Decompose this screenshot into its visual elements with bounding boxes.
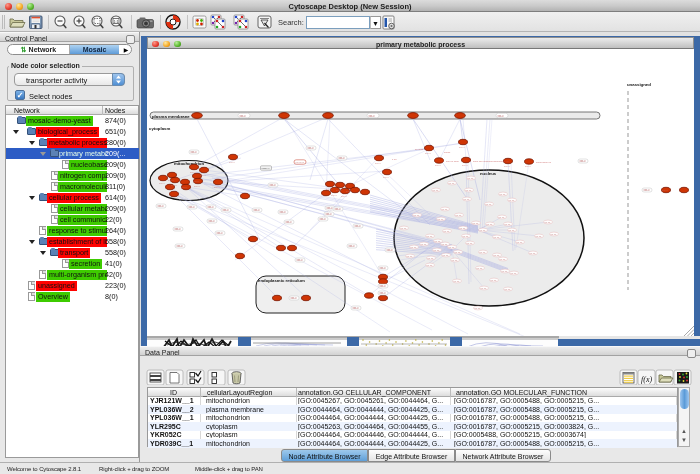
- svg-text:xxx-x: xxx-x: [425, 152, 431, 155]
- svg-text:xx-xx: xx-xx: [551, 233, 558, 236]
- svg-text:xx-xx: xx-xx: [505, 288, 512, 291]
- svg-text:xxx-x: xxx-x: [525, 165, 531, 168]
- svg-text:xxx-x: xxx-x: [349, 245, 356, 248]
- svg-text:xxx-x: xxx-x: [380, 292, 387, 295]
- svg-text:mitochondrion: mitochondrion: [174, 161, 204, 166]
- svg-text:xxx-x: xxx-x: [580, 160, 587, 163]
- svg-text:xx-xx: xx-xx: [401, 227, 408, 230]
- svg-text:xxxxx x: xxxxx x: [262, 167, 271, 170]
- svg-text:xxx-x: xxx-x: [194, 185, 200, 188]
- svg-text:xx-xx: xx-xx: [536, 235, 543, 238]
- svg-text:xx-xx: xx-xx: [517, 241, 524, 244]
- svg-text:xx-xx: xx-xx: [505, 223, 512, 226]
- svg-text:xx-xx: xx-xx: [414, 214, 421, 217]
- svg-text:xxx-x: xxx-x: [387, 249, 394, 252]
- svg-text:xx-xx: xx-xx: [449, 246, 456, 249]
- svg-text:xx-xx: xx-xx: [494, 254, 501, 257]
- svg-text:xx-xx: xx-xx: [442, 243, 449, 246]
- svg-text:xxx-x: xxx-x: [214, 186, 220, 189]
- svg-text:xx-xx: xx-xx: [487, 223, 494, 226]
- svg-text:xx-xx: xx-xx: [477, 267, 484, 270]
- svg-text:xx-xx: xx-xx: [502, 270, 509, 273]
- svg-text:xxx-x: xxx-x: [280, 211, 287, 214]
- svg-text:endoplasmic reticulum: endoplasmic reticulum: [258, 278, 305, 283]
- svg-text:xx-xx: xx-xx: [509, 229, 516, 232]
- svg-text:xx-xx: xx-xx: [460, 227, 467, 230]
- svg-text:xxx-x: xxx-x: [291, 297, 298, 300]
- svg-text:xx-xx: xx-xx: [428, 257, 435, 260]
- svg-text:xx-xx: xx-xx: [452, 259, 459, 262]
- svg-text:plasma membrane: plasma membrane: [152, 114, 190, 119]
- svg-text:xxx-x: xxx-x: [217, 232, 224, 235]
- svg-text:xxx-x: xxx-x: [254, 209, 261, 212]
- svg-text:cytoplasm: cytoplasm: [149, 126, 170, 131]
- svg-text:xx xxxx: xx xxxx: [415, 148, 424, 151]
- svg-text:xx-xx: xx-xx: [421, 243, 428, 246]
- svg-text:f(x): f(x): [641, 375, 652, 384]
- svg-text:xx-xx: xx-xx: [486, 203, 493, 206]
- svg-text:xx-xx: xx-xx: [411, 246, 418, 249]
- svg-text:xxx-x: xxx-x: [380, 267, 387, 270]
- svg-text:xxx-x: xxx-x: [229, 161, 235, 164]
- svg-text:xxx-x: xxx-x: [336, 189, 342, 192]
- svg-text:xxx-x: xxx-x: [308, 147, 315, 150]
- svg-text:xxx-x: xxx-x: [644, 189, 651, 192]
- svg-text:xxx-x: xxx-x: [331, 194, 337, 197]
- svg-text:xxx-x: xxx-x: [168, 179, 174, 182]
- svg-text:xx-xx: xx-xx: [443, 254, 450, 257]
- svg-text:xx-xx: xx-xx: [545, 221, 552, 224]
- svg-text:xx-xx: xx-xx: [481, 287, 488, 290]
- svg-text:xx-xx: xx-xx: [435, 240, 442, 243]
- svg-text:x-xx: x-xx: [392, 158, 397, 161]
- svg-text:xxx-x: xxx-x: [240, 115, 247, 118]
- svg-text:xx-xx: xx-xx: [433, 189, 440, 192]
- svg-text:xxx-x: xxx-x: [175, 228, 182, 231]
- svg-text:xxx-x: xxx-x: [326, 213, 333, 216]
- svg-text:xxx-xx xxxx: xxx-xx xxxx: [446, 160, 460, 163]
- svg-text:xx-xx: xx-xx: [449, 182, 456, 185]
- svg-text:1:1: 1:1: [114, 20, 119, 24]
- svg-text:xxx-x: xxx-x: [327, 207, 334, 210]
- svg-text:xx-xx: xx-xx: [511, 272, 518, 275]
- svg-text:xx-xx: xx-xx: [442, 208, 449, 211]
- svg-text:xxx-x: xxx-x: [171, 184, 177, 187]
- svg-text:xxx-x: xxx-x: [270, 184, 277, 187]
- svg-text:xx-xx: xx-xx: [468, 177, 475, 180]
- svg-text:xxx-x: xxx-x: [181, 186, 187, 189]
- svg-text:xx-xx: xx-xx: [494, 236, 501, 239]
- svg-text:xxx-x: xxx-x: [297, 259, 304, 262]
- svg-text:xxx-x: xxx-x: [504, 165, 510, 168]
- svg-text:xxx-x: xxx-x: [189, 206, 196, 209]
- svg-text:xx-xx: xx-xx: [464, 198, 471, 201]
- svg-text:xxx-x: xxx-x: [158, 205, 165, 208]
- svg-text:xxx-x: xxx-x: [223, 209, 230, 212]
- svg-text:xx-xx: xx-xx: [427, 235, 434, 238]
- svg-text:xx-xx: xx-xx: [480, 229, 487, 232]
- svg-text:xxx-x: xxx-x: [177, 245, 184, 248]
- svg-text:xxx-x: xxx-x: [326, 188, 332, 191]
- svg-text:xxx-x: xxx-x: [462, 164, 468, 167]
- svg-text:xx xx xx: xx xx xx: [296, 161, 305, 164]
- svg-text:xx-xx: xx-xx: [500, 258, 507, 261]
- svg-text:xx-xx: xx-xx: [473, 222, 480, 225]
- svg-text:xx-xx: xx-xx: [427, 264, 434, 267]
- svg-text:xxx-x: xxx-x: [353, 307, 360, 310]
- svg-text:xx-xx: xx-xx: [455, 251, 462, 254]
- svg-text:xx-xx: xx-xx: [530, 252, 537, 255]
- svg-text:xx-xx: xx-xx: [475, 307, 482, 310]
- svg-text:xxxx-xxx xxxxxxxXxxxxXxxxx-xx: xxxx-xxx xxxxxxxXxxxxXxxxx-xx: [473, 160, 509, 163]
- svg-text:xxx-x: xxx-x: [346, 190, 352, 193]
- svg-text:xxx-x: xxx-x: [193, 180, 199, 183]
- svg-text:xxx-x: xxx-x: [209, 220, 216, 223]
- svg-text:xxx-x: xxx-x: [200, 174, 206, 177]
- svg-text:xx-xx: xx-xx: [499, 216, 506, 219]
- svg-text:xxx-x: xxx-x: [662, 189, 668, 192]
- svg-text:xxx-x: xxx-x: [208, 206, 215, 209]
- svg-text:xxx-x: xxx-x: [335, 208, 342, 211]
- svg-text:xxx-x: xxx-x: [159, 182, 165, 185]
- svg-text:xxxxx: xxxxx: [444, 151, 451, 154]
- svg-text:xx-xx: xx-xx: [466, 189, 473, 192]
- svg-text:xx-xx: xx-xx: [434, 249, 441, 252]
- svg-text:xx-xx: xx-xx: [407, 255, 414, 258]
- svg-text:xx-xx: xx-xx: [509, 199, 516, 202]
